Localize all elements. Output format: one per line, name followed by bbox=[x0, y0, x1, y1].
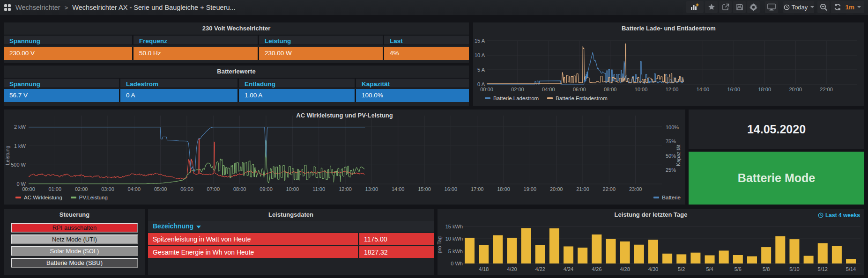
bar[interactable] bbox=[804, 256, 814, 263]
bar[interactable] bbox=[789, 239, 799, 263]
cell-spannung: 230.00 V bbox=[4, 47, 134, 60]
navbar: Wechselrichter > Wechselrichter AX - Ser… bbox=[0, 0, 868, 15]
column-header-entladung[interactable]: Entladung bbox=[239, 79, 356, 88]
legend-item[interactable]: Batterie.Entladestrom bbox=[547, 95, 608, 101]
right-y-axis-tick-label: 25% bbox=[666, 167, 676, 173]
column-header-last[interactable]: Last bbox=[384, 36, 469, 44]
share-button[interactable] bbox=[719, 1, 732, 13]
tv-mode-button[interactable] bbox=[765, 1, 778, 13]
breadcrumb-current[interactable]: Wechselrichter AX - Serie und Baugleiche… bbox=[72, 4, 235, 11]
bar[interactable] bbox=[578, 248, 587, 263]
bar[interactable] bbox=[719, 250, 729, 263]
zoom-out-button[interactable] bbox=[817, 1, 830, 13]
star-icon bbox=[708, 3, 715, 11]
column-header-kapazitaet[interactable]: Kapazität bbox=[356, 79, 469, 88]
bar[interactable] bbox=[846, 259, 856, 263]
bar[interactable] bbox=[818, 243, 828, 263]
x-axis-tick-label: 5/10 bbox=[789, 266, 799, 272]
settings-button[interactable] bbox=[747, 1, 760, 13]
x-axis-tick-label: 07:00 bbox=[207, 186, 220, 192]
time-range-picker[interactable]: Today bbox=[783, 1, 814, 13]
panel-title[interactable]: Batteriewerte bbox=[4, 66, 469, 75]
panel-title[interactable]: 230 Volt Wechselrichter bbox=[4, 22, 469, 32]
x-axis-tick-label: 4/30 bbox=[648, 266, 658, 272]
bar[interactable] bbox=[690, 253, 700, 263]
column-header-spannung[interactable]: Spannung bbox=[4, 36, 134, 44]
table-row: Gesamte Energie in Wh von Heute 1827.32 bbox=[148, 246, 434, 258]
y-axis-label: pro Tag bbox=[438, 236, 442, 254]
bar[interactable] bbox=[479, 245, 489, 263]
x-axis-tick-label: 08:00 bbox=[604, 87, 617, 92]
x-axis-tick-label: 00:00 bbox=[22, 186, 35, 192]
add-panel-button[interactable] bbox=[686, 1, 704, 13]
legend-label: AC.Wirkleistung bbox=[24, 195, 62, 200]
y-axis-tick-label: 15 A bbox=[475, 38, 485, 44]
x-axis-tick-label: 5/8 bbox=[763, 266, 770, 272]
star-button[interactable] bbox=[705, 1, 718, 13]
legend-item[interactable]: PV.Leistung bbox=[71, 195, 108, 200]
time-range-label: Today bbox=[792, 4, 808, 11]
x-axis-tick-label: 11:00 bbox=[312, 186, 325, 192]
refresh-button[interactable] bbox=[831, 1, 844, 13]
panel-date: 14.05.2020 bbox=[689, 110, 864, 149]
cell-spannung: 56.7 V bbox=[4, 89, 120, 102]
refresh-interval-picker[interactable]: 1m bbox=[844, 4, 864, 11]
left-axis-label: Leistung bbox=[5, 146, 10, 165]
bar[interactable] bbox=[662, 254, 672, 263]
save-button[interactable] bbox=[733, 1, 746, 13]
row-value: 1827.32 bbox=[359, 246, 434, 258]
panel-title[interactable]: Leistungsdaten bbox=[148, 209, 434, 218]
breadcrumb-root[interactable]: Wechselrichter bbox=[15, 4, 60, 11]
panel-title[interactable]: Steuerung bbox=[4, 209, 145, 218]
column-header-ladestrom[interactable]: Ladestrom bbox=[120, 79, 239, 88]
y-axis-tick-label: 5 A bbox=[477, 67, 485, 73]
x-axis-tick-label: 00:00 bbox=[480, 87, 493, 92]
legend-item[interactable]: AC.Wirkleistung bbox=[15, 195, 62, 200]
bar[interactable] bbox=[676, 254, 686, 263]
x-axis-tick-label: 03:00 bbox=[101, 186, 114, 192]
x-axis-tick-label: 4/20 bbox=[507, 266, 517, 272]
chevron-down-icon bbox=[810, 6, 814, 8]
bar[interactable] bbox=[705, 256, 715, 263]
column-header-bezeichnung[interactable]: Bezeichnung bbox=[148, 221, 434, 232]
bar[interactable] bbox=[747, 256, 757, 263]
x-axis-tick-label: 01:00 bbox=[49, 186, 62, 192]
bar[interactable] bbox=[521, 228, 531, 263]
x-axis-tick-label: 5/2 bbox=[678, 266, 685, 272]
bar[interactable] bbox=[620, 241, 630, 263]
column-header-leistung[interactable]: Leistung bbox=[259, 36, 384, 44]
column-header-label: Bezeichnung bbox=[153, 222, 193, 230]
bar[interactable] bbox=[493, 235, 503, 263]
bar[interactable] bbox=[549, 228, 559, 263]
bar[interactable] bbox=[634, 245, 644, 263]
bar[interactable] bbox=[465, 238, 475, 263]
table-row: Spitzenleistung in Watt von Heute 1175.0… bbox=[148, 233, 434, 245]
bar[interactable] bbox=[535, 245, 545, 263]
bar[interactable] bbox=[564, 246, 573, 263]
solar-mode-button[interactable]: Solar Mode (SOL) bbox=[11, 246, 138, 256]
legend-item[interactable]: Batterie.Ladestrom bbox=[485, 95, 539, 101]
x-axis-tick-label: 4/22 bbox=[535, 266, 545, 272]
bar[interactable] bbox=[761, 247, 771, 263]
rpi-ausschalten-button[interactable]: RPI ausschalten bbox=[11, 223, 138, 233]
bar[interactable] bbox=[648, 240, 658, 263]
dashboards-grid-icon[interactable] bbox=[4, 4, 11, 11]
y-axis-tick-label: 15 kWh bbox=[445, 224, 463, 229]
bar[interactable] bbox=[775, 236, 785, 263]
column-header-frequenz[interactable]: Frequenz bbox=[134, 36, 259, 44]
x-axis-tick-label: 22:00 bbox=[603, 186, 616, 192]
bar[interactable] bbox=[606, 239, 616, 263]
battery-table-value-row: 56.7 V 0 A 1.00 A 100.0% bbox=[4, 89, 469, 102]
batterie-mode-button[interactable]: Batterie Mode (SBU) bbox=[11, 258, 138, 268]
bar[interactable] bbox=[733, 255, 743, 263]
bar[interactable] bbox=[592, 234, 601, 263]
bar[interactable] bbox=[507, 238, 517, 263]
netz-mode-button[interactable]: Netz Mode (UTI) bbox=[11, 234, 138, 244]
x-axis-tick-label: 4/28 bbox=[620, 266, 630, 272]
y-axis-tick-label: 2 kW bbox=[14, 124, 26, 130]
legend-item[interactable]: Batterie bbox=[653, 195, 681, 200]
column-header-spannung[interactable]: Spannung bbox=[4, 79, 120, 88]
bar[interactable] bbox=[832, 246, 842, 263]
legend-label: Batterie bbox=[662, 195, 681, 200]
cell-frequenz: 50.0 Hz bbox=[134, 47, 259, 60]
